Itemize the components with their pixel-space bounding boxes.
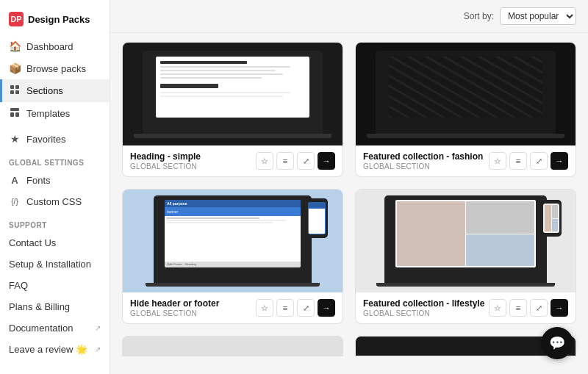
sidebar-item-label: Favorites bbox=[26, 134, 65, 145]
info-button[interactable]: ≡ bbox=[276, 299, 294, 317]
add-button[interactable]: → bbox=[318, 299, 335, 317]
card-actions: ☆ ≡ ⤢ → bbox=[256, 299, 335, 317]
card-footer: Hide header or footer GLOBAL SECTION ☆ ≡… bbox=[123, 292, 343, 323]
info-button[interactable]: ≡ bbox=[509, 152, 527, 170]
card-footer: Featured collection - lifestyle GLOBAL S… bbox=[356, 292, 576, 323]
sort-select[interactable]: Most popular Newest Oldest A-Z bbox=[500, 7, 576, 25]
sidebar-item-sections[interactable]: Sections bbox=[0, 79, 110, 102]
sidebar-item-label: Plans & Billing bbox=[9, 301, 70, 312]
sidebar-item-setup[interactable]: Setup & Installation bbox=[0, 253, 110, 275]
sidebar-item-dashboard[interactable]: 🏠 Dashboard bbox=[0, 35, 110, 57]
sidebar-item-label: Custom CSS bbox=[26, 196, 82, 207]
sidebar-item-label: Leave a review 🌟 bbox=[9, 344, 87, 355]
app-header: DP Design Packs bbox=[0, 6, 110, 35]
sidebar-item-label: Setup & Installation bbox=[9, 259, 91, 270]
external-button[interactable]: ⤢ bbox=[530, 299, 548, 317]
main-content: Sort by: Most popular Newest Oldest A-Z bbox=[110, 0, 588, 374]
card-actions: ☆ ≡ ⤢ → bbox=[256, 152, 335, 170]
card-featured-lifestyle: Featured collection - lifestyle GLOBAL S… bbox=[355, 189, 576, 324]
favorites-icon: ★ bbox=[9, 133, 21, 145]
card-name: Featured collection - lifestyle bbox=[363, 298, 484, 309]
card-featured-fashion: Featured collection - fashion GLOBAL SEC… bbox=[355, 42, 576, 177]
card-name: Featured collection - fashion bbox=[363, 151, 483, 162]
add-button[interactable]: → bbox=[551, 299, 568, 317]
main-header: Sort by: Most popular Newest Oldest A-Z bbox=[110, 0, 588, 33]
card-actions: ☆ ≡ ⤢ → bbox=[489, 152, 568, 170]
card-info: Heading - simple GLOBAL SECTION bbox=[130, 151, 201, 170]
sidebar: DP Design Packs 🏠 Dashboard 📦 Browse pac… bbox=[0, 0, 110, 374]
sidebar-item-templates[interactable]: Templates bbox=[0, 102, 110, 125]
svg-rect-4 bbox=[10, 108, 19, 111]
svg-rect-3 bbox=[15, 90, 19, 94]
card-type: GLOBAL SECTION bbox=[363, 309, 484, 317]
custom-css-icon: {/} bbox=[9, 198, 21, 206]
card-thumbnail bbox=[356, 43, 576, 145]
card-info: Hide header or footer GLOBAL SECTION bbox=[130, 298, 219, 317]
sections-icon bbox=[9, 84, 21, 97]
svg-rect-6 bbox=[15, 112, 19, 117]
support-label: SUPPORT bbox=[0, 212, 110, 232]
sidebar-item-label: Templates bbox=[26, 108, 70, 119]
card-type: GLOBAL SECTION bbox=[363, 162, 483, 170]
fonts-icon: A bbox=[9, 175, 21, 186]
sidebar-item-label: Browse packs bbox=[26, 63, 86, 74]
sidebar-item-label: FAQ bbox=[9, 280, 28, 291]
global-settings-label: GLOBAL SETTINGS bbox=[0, 150, 110, 170]
cards-grid: Heading - simple GLOBAL SECTION ☆ ≡ ⤢ → bbox=[110, 33, 588, 374]
card-info: Featured collection - lifestyle GLOBAL S… bbox=[363, 298, 484, 317]
favorite-button[interactable]: ☆ bbox=[256, 299, 273, 317]
sidebar-item-label: Sections bbox=[26, 85, 63, 96]
card-footer: Featured collection - fashion GLOBAL SEC… bbox=[356, 145, 576, 176]
card-hide-header-footer: All purpose banner Hide Footer Head bbox=[122, 189, 343, 324]
card-type: GLOBAL SECTION bbox=[130, 162, 201, 170]
sidebar-item-label: Documentation bbox=[9, 323, 73, 334]
sidebar-item-label: Contact Us bbox=[9, 237, 56, 248]
info-button[interactable]: ≡ bbox=[509, 299, 527, 317]
svg-rect-1 bbox=[15, 85, 19, 89]
svg-rect-2 bbox=[10, 90, 14, 94]
card-type: GLOBAL SECTION bbox=[130, 309, 219, 317]
browse-packs-icon: 📦 bbox=[9, 62, 21, 74]
sidebar-item-contact-us[interactable]: Contact Us bbox=[0, 232, 110, 253]
dashboard-icon: 🏠 bbox=[9, 40, 21, 52]
card-footer: Heading - simple GLOBAL SECTION ☆ ≡ ⤢ → bbox=[123, 145, 343, 176]
card-heading-simple: Heading - simple GLOBAL SECTION ☆ ≡ ⤢ → bbox=[122, 42, 343, 177]
favorite-button[interactable]: ☆ bbox=[489, 299, 506, 317]
sidebar-item-plans[interactable]: Plans & Billing bbox=[0, 296, 110, 317]
templates-icon bbox=[9, 107, 21, 120]
sidebar-item-faq[interactable]: FAQ bbox=[0, 275, 110, 296]
chat-icon: 💬 bbox=[549, 335, 565, 351]
sidebar-item-fonts[interactable]: A Fonts bbox=[0, 170, 110, 191]
external-button[interactable]: ⤢ bbox=[297, 299, 315, 317]
svg-rect-0 bbox=[10, 85, 14, 89]
sidebar-item-favorites[interactable]: ★ Favorites bbox=[0, 128, 110, 150]
sidebar-item-review[interactable]: Leave a review 🌟 ↗ bbox=[0, 339, 110, 360]
sidebar-item-label: Fonts bbox=[26, 175, 51, 186]
sidebar-item-browse-packs[interactable]: 📦 Browse packs bbox=[0, 57, 110, 79]
sidebar-item-label: Dashboard bbox=[26, 41, 74, 52]
card-name: Heading - simple bbox=[130, 151, 201, 162]
app-icon: DP bbox=[9, 12, 24, 26]
favorite-button[interactable]: ☆ bbox=[256, 152, 273, 170]
svg-rect-5 bbox=[10, 112, 14, 117]
sidebar-item-custom-css[interactable]: {/} Custom CSS bbox=[0, 191, 110, 212]
card-thumbnail bbox=[123, 43, 343, 145]
external-link-icon: ↗ bbox=[95, 324, 101, 332]
card-actions: ☆ ≡ ⤢ → bbox=[489, 299, 568, 317]
external-button[interactable]: ⤢ bbox=[297, 152, 315, 170]
info-button[interactable]: ≡ bbox=[276, 152, 294, 170]
card-partial-left bbox=[122, 336, 343, 356]
external-link-icon: ↗ bbox=[95, 345, 101, 353]
favorite-button[interactable]: ☆ bbox=[489, 152, 506, 170]
app-title: Design Packs bbox=[28, 14, 90, 25]
card-info: Featured collection - fashion GLOBAL SEC… bbox=[363, 151, 483, 170]
card-thumbnail: All purpose banner Hide Footer Head bbox=[123, 190, 343, 292]
chat-fab-button[interactable]: 💬 bbox=[541, 327, 573, 359]
card-name: Hide header or footer bbox=[130, 298, 219, 309]
add-button[interactable]: → bbox=[551, 152, 568, 170]
add-button[interactable]: → bbox=[318, 152, 335, 170]
card-thumbnail bbox=[356, 190, 576, 292]
external-button[interactable]: ⤢ bbox=[530, 152, 548, 170]
sort-by-label: Sort by: bbox=[464, 11, 494, 21]
sidebar-item-docs[interactable]: Documentation ↗ bbox=[0, 317, 110, 339]
